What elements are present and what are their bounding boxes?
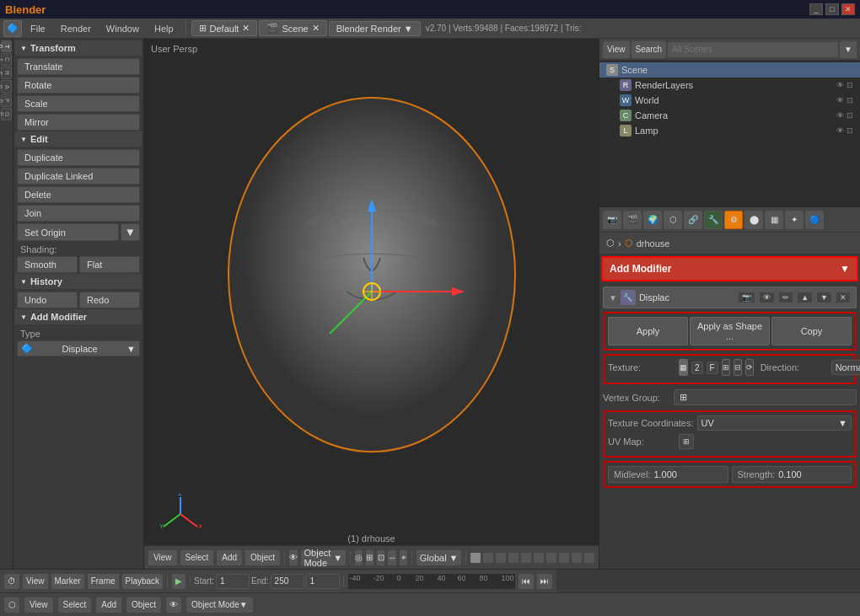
renderer-selector[interactable]: Blender Render ▼ [329,21,421,36]
outliner-view-btn[interactable]: View [603,41,630,58]
texture-icon-1[interactable]: ▦ [679,359,688,376]
transform-panel-header[interactable]: ▼ Transform [15,40,142,56]
prop-object-btn[interactable]: ⬡ [664,211,682,229]
workspace-close[interactable]: ✕ [242,23,250,34]
minimize-button[interactable]: _ [809,3,823,15]
redo-button[interactable]: Redo [79,292,140,308]
prop-material-btn[interactable]: ⬤ [744,211,763,229]
duplicate-button[interactable]: Duplicate [17,149,140,166]
viewport-select-btn[interactable]: Select [180,549,215,566]
direction-select[interactable]: Normal ▼ [831,360,860,375]
texture-icon-2[interactable]: ⊞ [722,359,730,376]
outliner-renderlayers[interactable]: R RenderLayers 👁 ⊡ [599,78,860,93]
layer-7[interactable] [546,552,557,564]
layer-9[interactable] [571,552,583,564]
global-select[interactable]: Global ▼ [416,549,463,566]
prop-world-btn[interactable]: 🌍 [643,211,662,229]
tab-relations[interactable]: Rel [1,67,12,79]
flat-button[interactable]: Flat [79,256,140,273]
prop-scene-btn[interactable]: 🎬 [623,211,642,229]
prop-data-btn[interactable]: ⚙ [724,211,743,229]
layer-4[interactable] [508,552,519,564]
uv-map-icon[interactable]: ⊞ [679,434,694,449]
viewport-view-btn[interactable]: View [148,549,178,566]
viewport-add-btn[interactable]: Add [216,549,243,566]
close-button[interactable]: ✕ [841,3,855,15]
layer-5[interactable] [520,552,532,564]
prop-texture-btn[interactable]: ▦ [765,211,783,229]
timeline-end-btn2[interactable]: ⏭ [536,573,553,590]
prop-physics-btn[interactable]: 🔵 [805,211,824,229]
object-mode-select[interactable]: Object Mode ▼ [300,549,347,566]
outliner-scene[interactable]: S Scene [599,62,860,78]
status-add-btn[interactable]: Add [95,597,122,613]
set-origin-button[interactable]: Set Origin [17,223,119,241]
layer-8[interactable] [558,552,570,564]
translate-button[interactable]: Translate [17,58,140,75]
status-view-btn[interactable]: View [24,597,54,613]
modifier-eye-btn[interactable]: 👁 [759,292,775,303]
outliner-select-btn[interactable]: Search [632,41,667,58]
end-frame-field[interactable]: 250 [271,574,304,589]
viewport-icon-5[interactable]: ⌖ [399,549,408,566]
midlevel-field[interactable]: Midlevel: 1.000 [608,466,728,483]
tab-physics[interactable]: Phy [1,94,12,107]
edit-panel-header[interactable]: ▼ Edit [15,131,142,147]
outliner-lamp[interactable]: L Lamp 👁 ⊡ [599,123,860,138]
tab-grease-pencil[interactable]: GP [1,108,12,121]
maximize-button[interactable]: □ [825,3,839,15]
layer-3[interactable] [495,552,507,564]
duplicate-linked-button[interactable]: Duplicate Linked [17,168,140,185]
mirror-button[interactable]: Mirror [17,114,140,131]
status-select-btn[interactable]: Select [57,597,93,613]
undo-button[interactable]: Undo [17,292,78,308]
history-panel-header[interactable]: ▼ History [15,274,142,289]
timeline-playback-btn[interactable]: Playback [121,573,164,590]
strength-field[interactable]: Strength: 0.100 [732,466,852,483]
timeline-view-btn[interactable]: View [22,573,49,590]
timeline-ruler[interactable]: -40 -20 0 20 40 60 80 100 [347,573,516,590]
apply-button[interactable]: Apply [608,317,688,345]
prop-render-btn[interactable]: 📷 [603,211,621,229]
modifier-expand-icon[interactable]: ▼ [609,293,617,303]
timeline-frame-btn[interactable]: Frame [87,573,120,590]
tab-animation[interactable]: Anim [1,80,12,94]
texture-icon-4[interactable]: ⟳ [745,359,754,376]
prop-constraints-btn[interactable]: 🔗 [684,211,702,229]
renderer-dropdown[interactable]: ▼ [404,24,413,34]
apply-as-shape-button[interactable]: Apply as Shape ... [690,317,770,345]
delete-button[interactable]: Delete [17,186,140,203]
current-frame-field[interactable]: 1 [306,574,340,589]
scene-close[interactable]: ✕ [312,23,320,34]
layer-2[interactable] [482,552,494,564]
outliner-world[interactable]: W World 👁 ⊡ [599,93,860,108]
prop-modifier-btn[interactable]: 🔧 [704,211,723,229]
viewport-icon-3[interactable]: ⊡ [376,549,385,566]
workspace-selector[interactable]: ⊞ Default ✕ [191,20,258,36]
layer-10[interactable] [583,552,595,564]
blender-icon[interactable]: 🔷 [3,20,22,37]
texture-icon-3[interactable]: ⊟ [734,359,742,376]
status-mode-select[interactable]: Object Mode ▼ [185,597,254,613]
timeline-end-btn[interactable]: ⏮ [518,573,535,590]
menu-window[interactable]: Window [99,22,146,35]
tab-tools[interactable]: Tools [1,40,12,52]
scene-selector[interactable]: 🎬 Scene ✕ [259,20,326,36]
start-frame-field[interactable]: 1 [216,574,250,589]
menu-render[interactable]: Render [54,22,98,35]
texture-coords-select[interactable]: UV ▼ [697,415,852,431]
modifier-close-btn[interactable]: ✕ [836,292,851,303]
smooth-button[interactable]: Smooth [17,256,78,273]
type-select[interactable]: 🔷 Displace ▼ [17,340,140,356]
modifier-edit-btn[interactable]: ✏ [778,292,793,303]
modifier-up-btn[interactable]: ▲ [797,292,813,303]
outliner-camera[interactable]: C Camera 👁 ⊡ [599,108,860,123]
status-object-btn[interactable]: Object [126,597,162,613]
menu-file[interactable]: File [24,22,52,35]
join-button[interactable]: Join [17,205,140,222]
copy-button[interactable]: Copy [771,317,852,345]
add-modifier-bar[interactable]: Add Modifier ▼ [601,256,858,281]
timeline-marker-btn[interactable]: Marker [51,573,85,590]
tab-create[interactable]: Create [1,53,12,66]
menu-help[interactable]: Help [148,22,180,35]
